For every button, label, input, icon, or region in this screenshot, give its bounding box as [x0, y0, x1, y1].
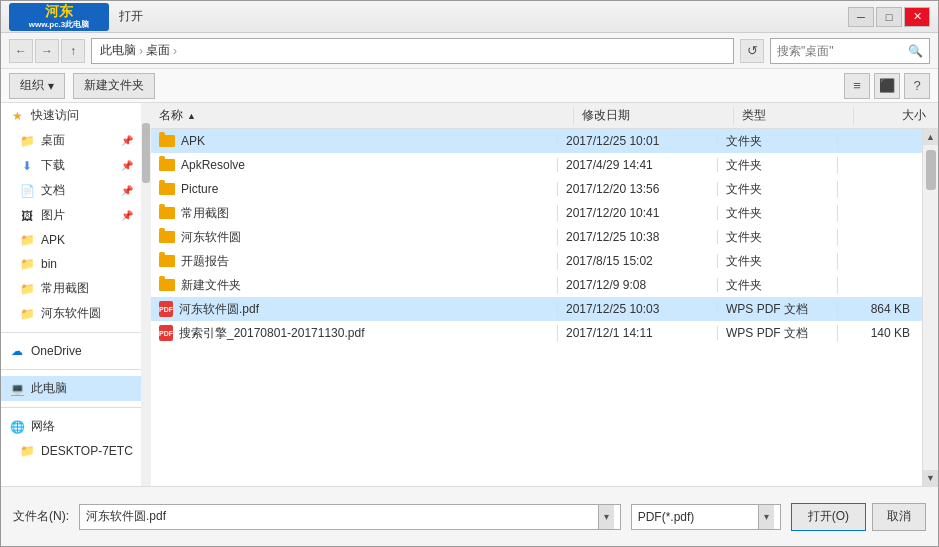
cancel-button[interactable]: 取消: [872, 503, 926, 531]
minimize-button[interactable]: ─: [848, 7, 874, 27]
back-button[interactable]: ←: [9, 39, 33, 63]
view-toggle-button[interactable]: ≡: [844, 73, 870, 99]
search-box[interactable]: 🔍: [770, 38, 930, 64]
sidebar-item-desktop7etc[interactable]: 📁 DESKTOP-7ETC: [1, 439, 141, 463]
filename-input-wrapper[interactable]: ▾: [79, 504, 621, 530]
folder-icon-row: [159, 207, 175, 219]
sidebar-quickaccess-header[interactable]: ★ 快速访问: [1, 103, 141, 128]
nav-buttons: ← → ↑: [9, 39, 85, 63]
pane-button[interactable]: ⬛: [874, 73, 900, 99]
col-header-date[interactable]: 修改日期: [574, 107, 734, 124]
open-button[interactable]: 打开(O): [791, 503, 866, 531]
sidebar-item-bin[interactable]: 📁 bin: [1, 252, 141, 276]
filelist-scroll: APK 2017/12/25 10:01 文件夹 ApkResolve: [151, 129, 938, 486]
window-title: 打开: [109, 8, 848, 25]
col-header-size[interactable]: 大小: [854, 107, 934, 124]
brand-logo: 河东 www.pc.3此电脑: [9, 3, 109, 31]
file-size: 864 KB: [838, 302, 918, 316]
file-rows-wrap: APK 2017/12/25 10:01 文件夹 ApkResolve: [151, 129, 922, 486]
path-separator-2: ›: [173, 44, 177, 58]
file-date: 2017/12/20 13:56: [558, 182, 718, 196]
table-row[interactable]: PDF 搜索引擎_20170801-20171130.pdf 2017/12/1…: [151, 321, 922, 345]
sidebar-divider-3: [1, 407, 141, 408]
sidebar-item-downloads[interactable]: ⬇ 下载 📌: [1, 153, 141, 178]
search-input[interactable]: [777, 44, 904, 58]
newfolder-label: 新建文件夹: [84, 77, 144, 94]
folder-icon-4: 📁: [19, 232, 35, 248]
titlebar: 河东 www.pc.3此电脑 打开 ─ □ ✕: [1, 1, 938, 33]
sidebar-scrollbar[interactable]: [141, 103, 151, 486]
sidebar-content: ★ 快速访问 📁 桌面 📌 ⬇ 下载 📌 📄 文档: [1, 103, 141, 486]
brand-site: www.pc.3此电脑: [29, 20, 90, 30]
pdf-icon-row: PDF: [159, 301, 173, 317]
folder-icon-8: 📁: [19, 443, 35, 459]
brand-icon: 河东: [45, 3, 73, 20]
table-row[interactable]: PDF 河东软件圆.pdf 2017/12/25 10:03 WPS PDF 文…: [151, 297, 922, 321]
sidebar-desktop-label: 桌面: [41, 132, 65, 149]
filename-input[interactable]: [86, 510, 594, 524]
sidebar-item-pictures[interactable]: 🖼 图片 📌: [1, 203, 141, 228]
file-list-scrollbar[interactable]: ▲ ▼: [922, 129, 938, 486]
col-header-type[interactable]: 类型: [734, 107, 854, 124]
filetype-label: PDF(*.pdf): [638, 510, 754, 524]
table-row[interactable]: ApkResolve 2017/4/29 14:41 文件夹: [151, 153, 922, 177]
file-type: 文件夹: [718, 277, 838, 294]
action-buttons: 打开(O) 取消: [791, 503, 926, 531]
file-date: 2017/12/25 10:01: [558, 134, 718, 148]
filetype-select[interactable]: PDF(*.pdf) ▾: [631, 504, 781, 530]
scrollbar-up-button[interactable]: ▲: [923, 129, 939, 145]
up-button[interactable]: ↑: [61, 39, 85, 63]
newfolder-button[interactable]: 新建文件夹: [73, 73, 155, 99]
pin-icon-2: 📌: [121, 160, 133, 171]
sidebar-item-network[interactable]: 🌐 网络: [1, 414, 141, 439]
sort-icon: ▲: [187, 111, 196, 121]
table-row[interactable]: Picture 2017/12/20 13:56 文件夹: [151, 177, 922, 201]
help-button[interactable]: ?: [904, 73, 930, 99]
file-name: 开题报告: [181, 253, 229, 270]
sidebar-item-onedrive[interactable]: ☁ OneDrive: [1, 339, 141, 363]
close-button[interactable]: ✕: [904, 7, 930, 27]
col-header-name[interactable]: 名称 ▲: [155, 107, 574, 124]
folder-icon-6: 📁: [19, 281, 35, 297]
file-name: APK: [181, 134, 205, 148]
pin-icon-3: 📌: [121, 185, 133, 196]
sidebar-pictures-label: 图片: [41, 207, 65, 224]
filename-label: 文件名(N):: [13, 508, 69, 525]
scrollbar-down-button[interactable]: ▼: [923, 470, 939, 486]
star-icon: ★: [9, 108, 25, 124]
network-icon: 🌐: [9, 419, 25, 435]
table-row[interactable]: 开题报告 2017/8/15 15:02 文件夹: [151, 249, 922, 273]
sidebar-apk-label: APK: [41, 233, 65, 247]
filename-dropdown-button[interactable]: ▾: [598, 505, 614, 529]
toolbar: 组织 ▾ 新建文件夹 ≡ ⬛ ?: [1, 69, 938, 103]
organize-button[interactable]: 组织 ▾: [9, 73, 65, 99]
organize-label: 组织: [20, 77, 44, 94]
folder-icon-3: 🖼: [19, 208, 35, 224]
filetype-dropdown-button[interactable]: ▾: [758, 505, 774, 529]
file-list-wrapper: 名称 ▲ 修改日期 类型 大小: [151, 103, 938, 486]
forward-button[interactable]: →: [35, 39, 59, 63]
file-date: 2017/4/29 14:41: [558, 158, 718, 172]
address-path[interactable]: 此电脑 › 桌面 ›: [91, 38, 734, 64]
file-name: 河东软件圆.pdf: [179, 301, 259, 318]
sidebar-item-hedong[interactable]: 📁 河东软件圆: [1, 301, 141, 326]
file-name: 常用截图: [181, 205, 229, 222]
table-row[interactable]: 新建文件夹 2017/12/9 9:08 文件夹: [151, 273, 922, 297]
sidebar-item-thispc[interactable]: 💻 此电脑: [1, 376, 141, 401]
sidebar-item-screenshots[interactable]: 📁 常用截图: [1, 276, 141, 301]
table-row[interactable]: APK 2017/12/25 10:01 文件夹: [151, 129, 922, 153]
folder-icon-5: 📁: [19, 256, 35, 272]
refresh-button[interactable]: ↺: [740, 39, 764, 63]
file-name: 新建文件夹: [181, 277, 241, 294]
sidebar-item-desktop[interactable]: 📁 桌面 📌: [1, 128, 141, 153]
file-date: 2017/12/9 9:08: [558, 278, 718, 292]
file-type: 文件夹: [718, 253, 838, 270]
sidebar-item-documents[interactable]: 📄 文档 📌: [1, 178, 141, 203]
table-row[interactable]: 常用截图 2017/12/20 10:41 文件夹: [151, 201, 922, 225]
sidebar-network-label: 网络: [31, 418, 55, 435]
maximize-button[interactable]: □: [876, 7, 902, 27]
table-row[interactable]: 河东软件圆 2017/12/25 10:38 文件夹: [151, 225, 922, 249]
file-date: 2017/12/25 10:03: [558, 302, 718, 316]
sidebar-scrollbar-thumb: [142, 123, 150, 183]
sidebar-item-apk[interactable]: 📁 APK: [1, 228, 141, 252]
